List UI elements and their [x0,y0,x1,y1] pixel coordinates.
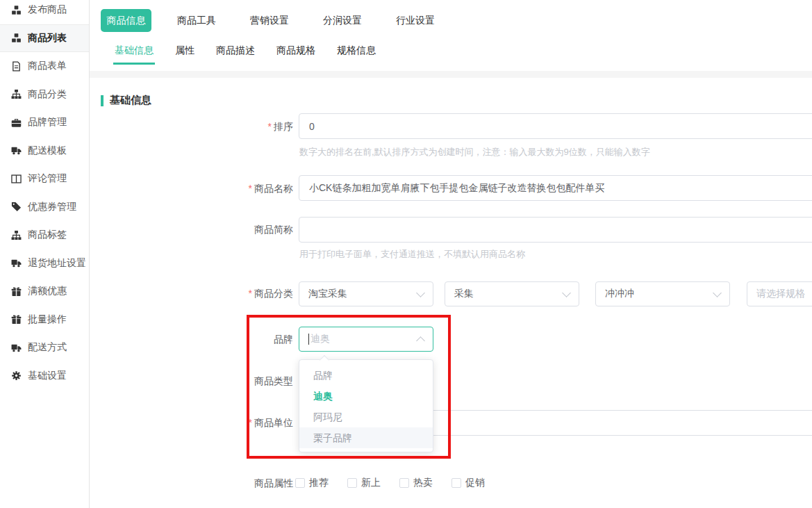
top-tab-1[interactable]: 商品工具 [177,15,216,27]
sidebar-item-11[interactable]: 批量操作 [0,306,89,334]
subtab-0[interactable]: 基础信息 [113,44,155,65]
checkbox-icon[interactable] [399,478,409,488]
sidebar-item-10[interactable]: 满额优惠 [0,277,89,306]
sidebar-item-3[interactable]: 商品分类 [0,81,89,109]
cubes-icon [10,4,22,15]
text-cursor [308,334,309,345]
required-star: * [249,183,252,194]
checkbox-label: 新上 [361,477,381,489]
top-tab-3[interactable]: 分润设置 [323,15,362,27]
form-file-icon [10,60,22,72]
sidebar-item-9[interactable]: 退货地址设置 [0,249,89,278]
section-divider [90,71,812,78]
sidebar-item-6[interactable]: 评论管理 [0,165,89,193]
subtabs: 基础信息属性商品描述商品规格规格信息 [113,44,377,65]
sidebar-item-5[interactable]: 配送模板 [0,137,89,165]
checkbox-icon[interactable] [347,478,357,488]
subtab-1[interactable]: 属性 [174,44,196,65]
brand-option-3[interactable]: 栗子品牌 [299,427,433,448]
subtab-4[interactable]: 规格信息 [335,44,377,65]
sidebar-item-label: 退货地址设置 [28,257,86,270]
sort-input[interactable] [299,113,812,139]
gift-icon [10,286,22,297]
brand-option-2[interactable]: 阿玛尼 [299,407,433,427]
dropdown-arrow [320,355,329,365]
checkbox-label: 促销 [465,477,485,489]
tags-icon [10,202,22,213]
brand-select[interactable]: 迪奥 [299,327,433,352]
checkbox-label: 推荐 [309,477,329,489]
attribute-checkbox-3[interactable]: 促销 [451,477,485,489]
attribute-checkbox-0[interactable]: 推荐 [295,477,329,489]
briefcase-icon [10,117,22,128]
section-header: 基础信息 [101,94,151,107]
subtab-3[interactable]: 商品规格 [275,44,317,65]
cubes-icon [10,33,22,44]
gift-icon [10,314,22,325]
truck-icon [10,145,22,156]
sidebar-item-4[interactable]: 品牌管理 [0,108,89,137]
top-tab-4[interactable]: 行业设置 [396,15,435,27]
category-select-0[interactable]: 淘宝采集 [299,281,433,306]
columns-icon [10,173,22,184]
checkbox-icon[interactable] [451,478,461,488]
sort-help-text: 数字大的排名在前,默认排序方式为创建时间，注意：输入最大数为9位数，只能输入数字 [299,146,650,158]
sitemap-icon [10,89,22,100]
checkbox-label: 热卖 [413,477,433,489]
spec-select-placeholder: 请选择规格 [756,288,805,300]
sidebar: 发布商品商品列表商品表单商品分类品牌管理配送模板评论管理优惠券管理商品标签退货地… [0,0,90,508]
required-star: * [249,417,252,428]
section-accent-bar [101,95,103,106]
sidebar-item-label: 发布商品 [28,3,67,16]
attribute-checkbox-2[interactable]: 热卖 [399,477,433,489]
top-tab-2[interactable]: 营销设置 [250,15,289,27]
sidebar-item-2[interactable]: 商品表单 [0,52,89,81]
sidebar-item-0[interactable]: 发布商品 [0,0,89,24]
sidebar-item-label: 优惠券管理 [28,201,76,213]
category-select-1[interactable]: 采集 [445,281,579,306]
category-select-value: 冲冲冲 [605,288,634,300]
chevron-up-icon [416,336,425,345]
sitemap-icon [10,229,22,240]
product-name-label: *商品名称 [90,183,293,194]
brand-option-1[interactable]: 迪奥 [299,386,433,407]
truck-icon [10,258,22,269]
gear-icon [10,370,22,382]
required-star: * [268,121,272,132]
subtab-2[interactable]: 商品描述 [215,44,256,65]
sidebar-item-label: 满额优惠 [28,285,67,297]
sidebar-item-8[interactable]: 商品标签 [0,221,89,249]
sidebar-item-label: 批量操作 [28,313,67,326]
short-name-input[interactable] [299,217,812,243]
brand-dropdown-panel: 品牌迪奥阿玛尼栗子品牌 [299,359,433,452]
category-select-2[interactable]: 冲冲冲 [595,281,730,306]
sidebar-item-12[interactable]: 配送方式 [0,334,89,362]
sidebar-item-1[interactable]: 商品列表 [0,24,89,53]
checkbox-icon[interactable] [295,478,305,488]
sidebar-item-label: 商品分类 [28,88,67,101]
required-star: * [249,288,252,299]
sidebar-item-7[interactable]: 优惠券管理 [0,193,89,222]
chevron-down-icon [416,288,425,297]
sidebar-item-label: 基础设置 [28,370,67,382]
category-select-value: 采集 [454,288,474,300]
short-name-label: 商品简称 [90,224,293,235]
sidebar-item-13[interactable]: 基础设置 [0,362,89,391]
top-tab-0[interactable]: 商品信息 [101,9,151,32]
attributes-checkbox-group: 推荐新上热卖促销 [295,477,485,489]
brand-option-0[interactable]: 品牌 [299,365,433,386]
sidebar-item-label: 商品表单 [28,60,67,72]
sidebar-item-label: 配送模板 [28,145,67,157]
sidebar-menu: 发布商品商品列表商品表单商品分类品牌管理配送模板评论管理优惠券管理商品标签退货地… [0,0,89,390]
brand-label: 品牌 [90,334,293,345]
truck-icon [10,342,22,353]
sidebar-item-label: 商品列表 [28,32,67,44]
product-name-input[interactable] [299,175,812,201]
spec-select[interactable]: 请选择规格 [747,281,812,306]
sidebar-item-label: 配送方式 [28,341,67,354]
attribute-checkbox-1[interactable]: 新上 [347,477,381,489]
category-select-value: 淘宝采集 [308,288,347,300]
sidebar-item-label: 商品标签 [28,229,67,241]
chevron-down-icon [562,288,571,297]
short-name-help-text: 用于打印电子面单，支付通道推送，不填默认用商品名称 [299,248,525,261]
